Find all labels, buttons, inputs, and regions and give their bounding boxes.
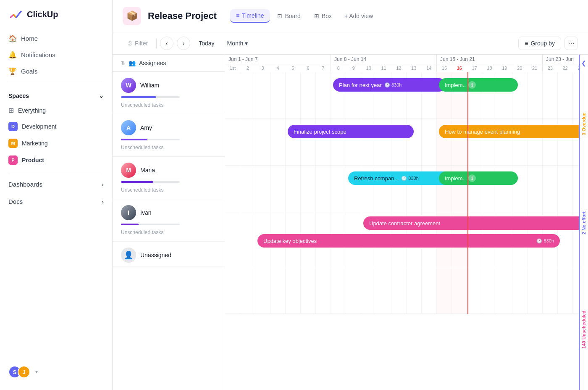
unscheduled-tasks-label: Unscheduled tasks [113, 100, 225, 114]
gantt-row-unassigned [225, 267, 579, 314]
progress-bar-bg-amy [121, 139, 180, 140]
day-7: 7 [315, 64, 331, 72]
home-icon: 🏠 [8, 34, 17, 42]
info-icon-maria: ℹ [468, 174, 476, 182]
day-23: 23 [543, 64, 558, 72]
day-11: 11 [376, 64, 391, 72]
gantt-header: Jun 1 - Jun 7 1st 2 3 4 5 6 7 Jun 8 - Ju… [225, 55, 579, 72]
assignees-icon: 👥 [129, 60, 136, 66]
week-4-label: Jun 23 - Jun [543, 55, 579, 64]
docs-expandable[interactable]: Docs › [0, 193, 112, 210]
month-dropdown[interactable]: Month ▾ [223, 37, 252, 49]
info-icon: ℹ [468, 81, 476, 89]
avatar-maria: M [121, 163, 136, 178]
box-icon: ⊞ [314, 13, 319, 19]
week-3: Jun 15 - Jun 21 15 16 17 18 19 20 21 [437, 55, 543, 72]
marketing-badge: M [8, 139, 18, 148]
user-area[interactable]: S J ▾ [0, 361, 112, 383]
assignee-column: ⇅ 👥 Assignees W William Unscheduled task… [113, 55, 225, 390]
sidebar-divider-2 [8, 172, 104, 172]
tab-board[interactable]: ⊡ Board [271, 10, 306, 22]
sidebar-nav-goals[interactable]: 🏆 Goals [0, 63, 112, 79]
tab-box[interactable]: ⊞ Box [308, 10, 338, 22]
sidebar-item-development[interactable]: D Development [0, 118, 112, 135]
right-panel[interactable]: ❮ 3 Overdue 2 No effort 140 Unscheduled [579, 55, 588, 390]
group-by-button[interactable]: ≡ Group by [518, 37, 561, 50]
prev-button[interactable]: ‹ [160, 37, 173, 50]
day-14: 14 [421, 64, 436, 72]
timeline-toolbar: ⧁ Filter ‹ › Today Month ▾ ≡ Group by ··… [113, 32, 588, 55]
main-header: 📦 Release Project ≡ Timeline ⊡ Board ⊞ B… [113, 0, 588, 32]
task-implement-maria[interactable]: Implem.. ℹ [439, 171, 518, 185]
day-15: 15 [437, 64, 452, 72]
sidebar-item-product[interactable]: P Product [0, 152, 112, 169]
gantt-row-ivan: Update contractor agreement Update key o… [225, 212, 579, 267]
everything-icon: ⊞ [8, 106, 14, 114]
dashboards-expandable[interactable]: Dashboards › [0, 176, 112, 193]
day-4: 4 [270, 64, 286, 72]
task-event-planning[interactable]: How to manage event planning [439, 125, 579, 138]
day-6: 6 [300, 64, 315, 72]
day-9: 9 [346, 64, 361, 72]
task-plan-next-year[interactable]: Plan for next year 🕐 830h [333, 78, 446, 92]
group-by-icon: ≡ [525, 40, 528, 47]
avatar-stack: S J [8, 366, 30, 378]
main-area: 📦 Release Project ≡ Timeline ⊡ Board ⊞ B… [113, 0, 588, 390]
gantt-row-william: Plan for next year 🕐 830h Implem.. ℹ [225, 72, 579, 119]
day-21: 21 [527, 64, 542, 72]
marketing-label: Marketing [22, 140, 47, 147]
progress-bar-fill-ivan [121, 224, 139, 225]
notifications-icon: 🔔 [8, 51, 17, 59]
assignee-row-william: W William Unscheduled tasks [113, 72, 225, 114]
chevron-right-icon: › [102, 181, 104, 188]
task-key-objectives[interactable]: Update key objectives 🕐 830h [257, 234, 560, 248]
unscheduled-amy: Unscheduled tasks [113, 143, 225, 156]
unscheduled-maria: Unscheduled tasks [113, 185, 225, 199]
product-label: Product [22, 157, 44, 163]
filter-button[interactable]: ⧁ Filter [123, 37, 153, 50]
day-3: 3 [255, 64, 270, 72]
clickup-logo-icon [8, 7, 24, 22]
add-view-button[interactable]: + Add view [339, 10, 378, 22]
app-name: ClickUp [27, 10, 58, 19]
home-label: Home [21, 35, 38, 42]
more-options-button[interactable]: ··· [564, 37, 578, 50]
sidebar-item-marketing[interactable]: M Marketing [0, 135, 112, 152]
spaces-section-header: Spaces ⌄ [0, 87, 112, 103]
assignee-row-ivan: I Ivan Unscheduled tasks [113, 199, 225, 242]
development-label: Development [22, 123, 57, 130]
progress-bar-bg [121, 96, 180, 98]
task-finalize-scope[interactable]: Finalize project scope [288, 125, 414, 138]
day-13: 13 [406, 64, 421, 72]
today-button[interactable]: Today [194, 37, 219, 49]
week-1-label: Jun 1 - Jun 7 [225, 55, 331, 64]
day-24: 24 [573, 64, 579, 72]
day-20: 20 [512, 64, 527, 72]
chevron-down-icon[interactable]: ⌄ [99, 92, 104, 99]
project-icon: 📦 [123, 7, 141, 25]
sidebar: ClickUp 🏠 Home 🔔 Notifications 🏆 Goals S… [0, 0, 113, 390]
assignee-row-maria: M Maria Unscheduled tasks [113, 157, 225, 199]
filter-icon: ⧁ [128, 40, 132, 47]
next-button[interactable]: › [177, 37, 190, 50]
tab-timeline[interactable]: ≡ Timeline [230, 9, 270, 23]
gantt-row-maria: Refresh compan... 🕐 830h Implem.. ℹ [225, 166, 579, 212]
day-16-today: 16 [452, 64, 467, 72]
sidebar-nav-home[interactable]: 🏠 Home [0, 30, 112, 47]
timeline-icon: ≡ [236, 12, 239, 19]
board-icon: ⊡ [277, 13, 282, 19]
sidebar-item-everything[interactable]: ⊞ Everything [0, 103, 112, 118]
product-badge: P [8, 155, 18, 165]
view-tabs: ≡ Timeline ⊡ Board ⊞ Box + Add view [230, 9, 378, 23]
task-implement-william[interactable]: Implem.. ℹ [439, 78, 518, 92]
notifications-label: Notifications [21, 51, 55, 58]
unscheduled-label: 140 Unscheduled [580, 307, 588, 352]
gantt-row-amy: Finalize project scope How to manage eve… [225, 119, 579, 166]
week-1: Jun 1 - Jun 7 1st 2 3 4 5 6 7 [225, 55, 331, 72]
task-contractor-agreement[interactable]: Update contractor agreement [363, 216, 579, 230]
sidebar-nav-notifications[interactable]: 🔔 Notifications [0, 47, 112, 63]
week-4: Jun 23 - Jun 23 22 24 25 [543, 55, 579, 72]
toolbar-divider [156, 38, 157, 48]
gantt-body: Plan for next year 🕐 830h Implem.. ℹ [225, 72, 579, 314]
day-1: 1st [225, 64, 240, 72]
